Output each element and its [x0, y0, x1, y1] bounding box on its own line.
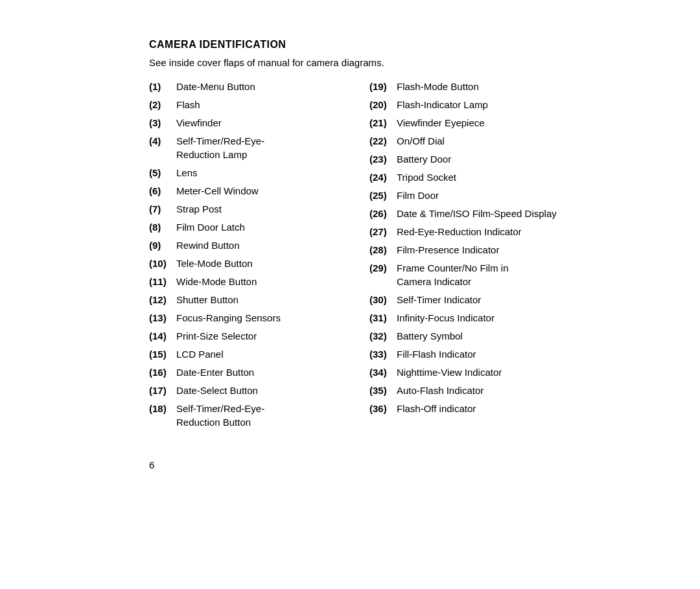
list-item: (14)Print-Size Selector — [149, 329, 350, 343]
item-label: Flash-Indicator Lamp — [397, 98, 570, 111]
subtitle: See inside cover flaps of manual for cam… — [149, 57, 570, 68]
list-item: (25)Film Door — [369, 189, 570, 202]
item-number: (23) — [369, 152, 397, 166]
list-item: (29)Frame Counter/No Film inCamera Indic… — [369, 261, 570, 288]
item-label: Film Door Latch — [176, 220, 350, 234]
item-label: Date-Select Button — [176, 384, 350, 397]
list-item: (7)Strap Post — [149, 202, 350, 216]
item-number: (17) — [149, 384, 176, 397]
item-label: Date-Menu Button — [176, 80, 350, 93]
item-label: Battery Symbol — [397, 329, 570, 343]
item-number: (21) — [369, 116, 397, 130]
item-number: (1) — [149, 80, 176, 93]
list-item: (28)Film-Presence Indicator — [369, 243, 570, 257]
list-item: (32)Battery Symbol — [369, 329, 570, 343]
item-label: Flash — [176, 98, 350, 111]
list-item: (5)Lens — [149, 166, 350, 179]
item-number: (7) — [149, 202, 176, 216]
item-number: (14) — [149, 329, 176, 343]
item-number: (35) — [369, 384, 397, 397]
item-label: Infinity-Focus Indicator — [397, 311, 570, 325]
item-label: Tele-Mode Button — [176, 257, 350, 270]
item-number: (30) — [369, 293, 397, 306]
list-item: (22)On/Off Dial — [369, 134, 570, 148]
item-number: (22) — [369, 134, 397, 148]
item-number: (10) — [149, 257, 176, 270]
list-item: (1)Date-Menu Button — [149, 80, 350, 93]
item-number: (26) — [369, 207, 397, 220]
item-label: Date & Time/ISO Film-Speed Display — [397, 207, 570, 220]
item-number: (9) — [149, 238, 176, 252]
item-number: (34) — [369, 365, 397, 379]
right-column: (19)Flash-Mode Button(20)Flash-Indicator… — [369, 80, 570, 433]
item-number: (16) — [149, 365, 176, 379]
item-number: (2) — [149, 98, 176, 111]
list-item: (8)Film Door Latch — [149, 220, 350, 234]
page-container: CAMERA IDENTIFICATION See inside cover f… — [97, 0, 603, 589]
list-item: (21)Viewfinder Eyepiece — [369, 116, 570, 130]
list-item: (34)Nighttime-View Indicator — [369, 365, 570, 379]
item-label: Film Door — [397, 189, 570, 202]
item-label: Viewfinder Eyepiece — [397, 116, 570, 130]
item-label: Strap Post — [176, 202, 350, 216]
item-label: Flash-Off indicator — [397, 402, 570, 415]
list-item: (27)Red-Eye-Reduction Indicator — [369, 225, 570, 238]
list-item: (6)Meter-Cell Window — [149, 184, 350, 198]
item-label: Film-Presence Indicator — [397, 243, 570, 257]
item-label: Frame Counter/No Film inCamera Indicator — [397, 261, 570, 288]
list-item: (9)Rewind Button — [149, 238, 350, 252]
list-item: (35)Auto-Flash Indicator — [369, 384, 570, 397]
left-column: (1)Date-Menu Button(2)Flash(3)Viewfinder… — [149, 80, 350, 433]
list-item: (16)Date-Enter Button — [149, 365, 350, 379]
item-number: (6) — [149, 184, 176, 198]
item-number: (4) — [149, 134, 176, 148]
item-label: Self-Timer Indicator — [397, 293, 570, 306]
list-item: (15)LCD Panel — [149, 347, 350, 361]
list-item: (36)Flash-Off indicator — [369, 402, 570, 415]
item-number: (25) — [369, 189, 397, 202]
item-label: Viewfinder — [176, 116, 350, 130]
item-label: Red-Eye-Reduction Indicator — [397, 225, 570, 238]
list-item: (13)Focus-Ranging Sensors — [149, 311, 350, 325]
list-item: (19)Flash-Mode Button — [369, 80, 570, 93]
item-number: (20) — [369, 98, 397, 111]
item-number: (12) — [149, 293, 176, 306]
item-number: (33) — [369, 347, 397, 361]
item-label: Lens — [176, 166, 350, 179]
item-number: (32) — [369, 329, 397, 343]
list-item: (23)Battery Door — [369, 152, 570, 166]
item-label: Self-Timer/Red-Eye-Reduction Lamp — [176, 134, 350, 161]
item-label: Wide-Mode Button — [176, 275, 350, 288]
item-number: (36) — [369, 402, 397, 415]
item-label: Date-Enter Button — [176, 365, 350, 379]
item-label: On/Off Dial — [397, 134, 570, 148]
item-label: Focus-Ranging Sensors — [176, 311, 350, 325]
item-number: (3) — [149, 116, 176, 130]
list-item: (17)Date-Select Button — [149, 384, 350, 397]
item-number: (15) — [149, 347, 176, 361]
list-item: (4)Self-Timer/Red-Eye-Reduction Lamp — [149, 134, 350, 161]
item-label: Print-Size Selector — [176, 329, 350, 343]
list-item: (12)Shutter Button — [149, 293, 350, 306]
list-item: (30)Self-Timer Indicator — [369, 293, 570, 306]
item-number: (29) — [369, 261, 397, 275]
item-label: Rewind Button — [176, 238, 350, 252]
item-label: Tripod Socket — [397, 170, 570, 184]
item-label: Meter-Cell Window — [176, 184, 350, 198]
item-label: Shutter Button — [176, 293, 350, 306]
item-label: Auto-Flash Indicator — [397, 384, 570, 397]
list-item: (31)Infinity-Focus Indicator — [369, 311, 570, 325]
list-item: (11)Wide-Mode Button — [149, 275, 350, 288]
item-number: (18) — [149, 402, 176, 415]
item-number: (28) — [369, 243, 397, 257]
item-number: (13) — [149, 311, 176, 325]
item-label: Nighttime-View Indicator — [397, 365, 570, 379]
list-item: (26)Date & Time/ISO Film-Speed Display — [369, 207, 570, 220]
item-number: (19) — [369, 80, 397, 93]
page-number: 6 — [149, 459, 570, 470]
item-number: (31) — [369, 311, 397, 325]
item-number: (8) — [149, 220, 176, 234]
list-item: (2)Flash — [149, 98, 350, 111]
list-item: (10)Tele-Mode Button — [149, 257, 350, 270]
list-item: (20)Flash-Indicator Lamp — [369, 98, 570, 111]
